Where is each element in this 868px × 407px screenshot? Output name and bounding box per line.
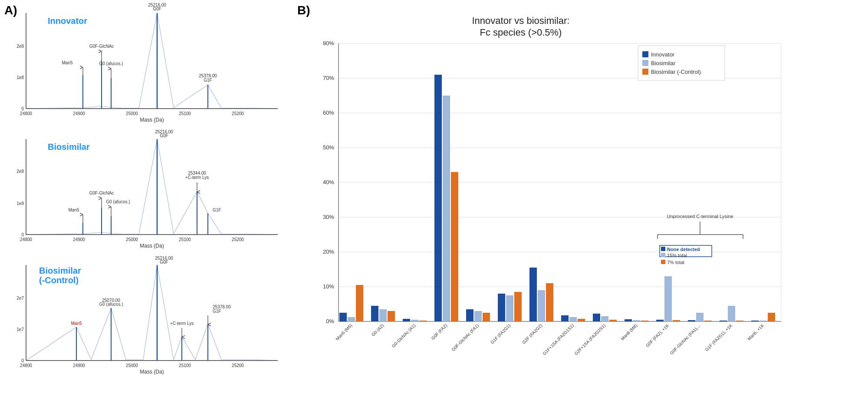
svg-text:70%: 70% [323,75,334,81]
chart-subtitle: Fc species (>0.5%) [480,27,562,38]
svg-text:1e7: 1e7 [16,327,24,332]
svg-text:G2F (FA2G2): G2F (FA2G2) [521,323,543,345]
svg-text:2e8: 2e8 [16,169,24,174]
svg-text:1e8: 1e8 [16,75,24,80]
svg-text:24800: 24800 [20,363,32,368]
bar-g2fsa-biosimilar [601,316,608,321]
legend-innovator-color [642,51,648,57]
svg-text:G1F: G1F [213,309,221,314]
spectrum3-title: Biosimilar [39,266,81,275]
svg-text:25100: 25100 [179,111,191,116]
svg-text:G0F (FA2): G0F (FA2) [431,323,448,341]
svg-text:G0 (A2): G0 (A2) [371,323,385,338]
svg-text:25344.00: 25344.00 [188,171,206,175]
legend-biosimilar-color [642,60,648,66]
svg-text:25216.00: 25216.00 [155,256,173,261]
svg-text:0: 0 [21,232,24,237]
legend-innovator-label: Innovator [651,51,675,58]
svg-text:Man5, +1K: Man5, +1K [746,323,765,341]
svg-text:G1F+1SA (FA2G1S1): G1F+1SA (FA2G1S1) [542,323,575,356]
svg-text:25200: 25200 [232,363,244,368]
spectrum2-title: Biosimilar [48,142,90,152]
svg-rect-119 [661,247,665,251]
svg-text:G0F-GlcNAc: G0F-GlcNAc [89,191,114,195]
bar-man8-biosimilar [633,320,640,321]
bar-g1f1k-innovator [720,321,727,321]
svg-text:G1F: G1F [213,208,221,212]
svg-text:Mass (Da): Mass (Da) [140,117,164,123]
bar-man5k-innovator [751,321,759,321]
bar-g0-innovator [371,306,378,321]
bar-g0fglcnac1k-biosimilar [696,313,704,321]
svg-text:G0F-GlcNAc (FA1),...: G0F-GlcNAc (FA1),... [669,323,701,356]
bar-g0fglcnac-biosimilar [474,311,482,321]
bar-g1fsa-control [578,319,585,321]
bar-g1fsa-innovator [561,315,569,321]
svg-text:25000: 25000 [126,111,138,116]
svg-text:25200: 25200 [232,237,244,242]
svg-text:G0F-GlcNAc: G0F-GlcNAc [89,44,114,49]
svg-text:24900: 24900 [73,363,85,368]
none-detected-label: None detected [667,247,700,252]
spectrum3-subtitle: (-Control) [39,275,79,285]
svg-text:Mass (Da): Mass (Da) [140,369,164,375]
seven-percent-label: 7% total [667,260,684,265]
bar-g0f-biosimilar [443,96,450,321]
svg-text:Man8 (M8): Man8 (M8) [620,323,638,341]
svg-text:2e7: 2e7 [16,296,24,301]
bar-man5k-biosimilar [760,321,767,321]
svg-text:+C-term Lys: +C-term Lys [170,321,194,326]
svg-text:+C-term Lys: +C-term Lys [185,175,209,180]
bar-g1f-innovator [498,294,505,321]
svg-text:25070.00: 25070.00 [102,298,120,303]
bar-g0f1k-innovator [656,320,664,321]
bar-man8-innovator [625,319,632,321]
svg-text:80%: 80% [323,40,334,46]
svg-text:G0 (afucos.): G0 (afucos.) [106,199,130,204]
bar-g1f-biosimilar [506,295,513,321]
bar-man5k-control [768,313,775,321]
bar-g0f1k-control [673,320,680,321]
bar-g0f-innovator [434,75,442,321]
svg-text:50%: 50% [323,144,334,151]
svg-text:24900: 24900 [73,111,85,116]
svg-text:25378.00: 25378.00 [213,304,231,309]
bar-man8-control [641,321,648,321]
bar-g0f1k-biosimilar [664,276,672,321]
svg-text:0: 0 [21,358,24,363]
fifteen-percent-label: 15% total [667,253,687,258]
spectra-panel: Innovator 0 1e8 2e8 24800 24900 25000 25… [0,0,295,407]
svg-text:Man5: Man5 [68,208,79,212]
bar-g0fglcnac1k-control [704,321,712,321]
svg-text:25000: 25000 [126,237,138,242]
bar-g0f-control [451,172,458,321]
svg-text:60%: 60% [323,109,334,116]
svg-text:25216.00: 25216.00 [148,3,166,7]
legend-control-color [642,69,648,75]
svg-text:G2F+1SA (FA2G2S1): G2F+1SA (FA2G2S1) [573,323,606,356]
svg-text:10%: 10% [323,283,334,290]
svg-text:2e8: 2e8 [16,44,24,49]
svg-text:G1F: G1F [204,78,212,83]
svg-text:Man5: Man5 [62,60,72,65]
bar-g2fsa-control [609,320,617,321]
bar-chart-panel: Innovator vs biosimilar: Fc species (>0.… [304,9,859,400]
bar-g0fglcnac-innovator [466,309,473,321]
bar-g2fsa-innovator [593,314,600,321]
svg-text:0: 0 [21,106,24,111]
svg-text:20%: 20% [323,248,334,255]
bar-man5-control [356,285,363,321]
svg-text:25216.00: 25216.00 [155,129,173,134]
bar-g2f-biosimilar [538,290,545,321]
bar-g0glcnac-biosimilar [411,320,418,321]
svg-text:G0F (FA2), +1K: G0F (FA2), +1K [645,323,670,348]
svg-text:24900: 24900 [73,237,85,242]
svg-text:G1F (FA2G1): G1F (FA2G1) [490,323,511,345]
svg-text:25100: 25100 [179,363,191,368]
bar-g0fglcnac1k-innovator [688,320,695,321]
legend-control-label: Biosimilar (-Control) [651,69,701,75]
svg-text:0%: 0% [326,318,334,324]
svg-text:25200: 25200 [232,111,244,116]
bar-g1f1k-biosimilar [728,306,735,321]
svg-text:24800: 24800 [20,237,32,242]
